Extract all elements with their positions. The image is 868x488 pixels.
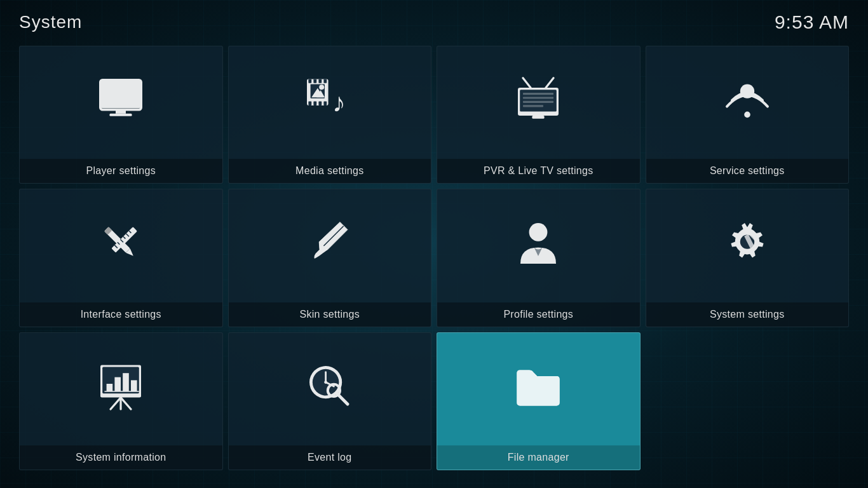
svg-rect-24 [523,93,553,95]
service-settings-icon-area [722,46,773,159]
svg-point-29 [744,111,750,118]
pvr-settings-label: PVR & Live TV settings [437,159,640,183]
service-icon [722,75,773,126]
svg-rect-25 [523,97,553,98]
system-information-icon-area [95,333,146,445]
svg-rect-6 [308,79,311,83]
profile-settings-icon-area [513,189,564,302]
svg-rect-23 [532,116,545,119]
file-manager-icon-area [513,333,564,445]
svg-rect-7 [313,79,316,83]
svg-rect-11 [313,101,316,105]
file-manager-icon [513,361,564,412]
media-settings-label: Media settings [229,159,431,183]
system-settings-icon [722,218,773,269]
svg-point-17 [319,85,324,90]
system-settings-icon-area [722,189,773,302]
interface-icon [95,218,146,269]
event-log-label: Event log [229,445,431,470]
event-log-icon-area [304,333,355,445]
media-icon: ♪ [304,75,355,126]
svg-rect-50 [115,377,121,391]
svg-rect-51 [123,374,129,392]
event-log-icon [304,361,355,412]
svg-rect-52 [131,381,137,392]
interface-settings-tile[interactable]: Interface settings [19,189,223,327]
svg-line-45 [121,398,131,409]
profile-settings-label: Profile settings [437,302,640,327]
skin-settings-tile[interactable]: Skin settings [228,189,432,327]
skin-icon [304,218,355,269]
svg-line-22 [546,78,553,87]
svg-rect-8 [318,79,322,83]
svg-rect-3 [110,113,132,116]
pvr-settings-icon-area [513,46,564,159]
player-settings-tile[interactable]: Player settings [19,46,223,184]
player-settings-label: Player settings [20,159,222,183]
profile-settings-tile[interactable]: Profile settings [437,189,641,327]
app-title: System [19,12,82,32]
media-settings-tile[interactable]: ♪ Media settings [228,46,432,184]
service-settings-tile[interactable]: Service settings [646,46,850,184]
svg-point-42 [529,223,548,241]
svg-rect-27 [523,105,543,107]
file-manager-label: File manager [437,445,640,470]
svg-rect-49 [107,384,113,391]
settings-grid: Player settings [0,41,868,483]
clock-display: 9:53 AM [775,11,849,33]
skin-settings-icon-area [304,189,355,302]
system-information-tile[interactable]: System information [19,332,223,470]
svg-line-21 [523,78,531,87]
event-log-tile[interactable]: Event log [228,332,432,470]
system-information-label: System information [20,445,222,470]
svg-rect-13 [323,101,327,105]
interface-settings-icon-area [95,189,146,302]
svg-line-44 [111,398,121,409]
svg-rect-10 [308,101,311,105]
svg-rect-26 [523,100,553,102]
player-settings-icon-area [95,46,146,159]
pvr-settings-tile[interactable]: PVR & Live TV settings [437,46,641,184]
system-settings-tile[interactable]: System settings [646,189,850,327]
svg-text:♪: ♪ [332,87,346,117]
svg-rect-9 [323,79,327,83]
svg-point-58 [324,381,327,384]
svg-rect-2 [116,109,126,113]
file-manager-tile[interactable]: File manager [437,332,641,470]
player-icon [95,75,146,126]
interface-settings-label: Interface settings [20,302,222,327]
profile-icon [513,218,564,269]
svg-rect-12 [318,101,322,105]
system-information-icon [95,361,146,412]
media-settings-icon-area: ♪ [304,46,355,159]
skin-settings-label: Skin settings [229,302,431,327]
pvr-icon [513,75,564,126]
service-settings-label: Service settings [646,159,849,183]
system-settings-label: System settings [646,302,849,327]
